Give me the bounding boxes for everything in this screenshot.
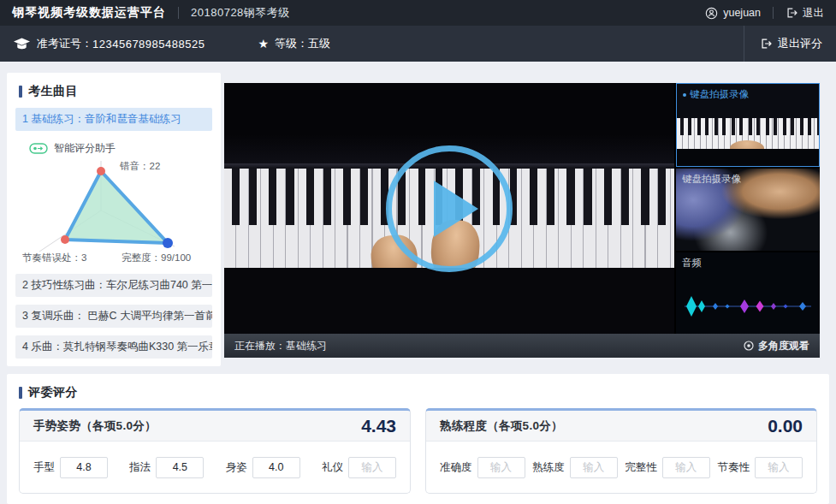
proficiency-field: 熟练度 bbox=[532, 457, 618, 478]
logout-icon bbox=[786, 7, 797, 19]
song-item-1[interactable]: 1 基础练习：音阶和琶音基础练习 bbox=[15, 108, 212, 131]
etiquette-input[interactable] bbox=[348, 457, 396, 478]
play-icon bbox=[434, 181, 478, 237]
exam-info-bar: 准考证号： 12345678985488525 ★ 等级： 五级 退出评分 bbox=[0, 26, 836, 62]
divider bbox=[773, 7, 774, 19]
radar-label-rhythm-errors: 节奏错误处：3 bbox=[22, 252, 86, 264]
body-posture-input[interactable] bbox=[252, 457, 300, 478]
radar-chart: 错音：22 节奏错误处：3 完整度：99/100 bbox=[15, 157, 212, 267]
completeness-field: 完整性 bbox=[625, 457, 710, 478]
multi-angle-button[interactable]: 多角度观看 bbox=[744, 339, 809, 353]
ticket-number: 12345678985488525 bbox=[92, 38, 205, 50]
proficiency-card-title: 熟练程度（各项5.0分） bbox=[440, 418, 563, 434]
level-label: 等级： bbox=[275, 36, 308, 51]
keyboard-camera-thumb-2[interactable]: 键盘拍摄录像 bbox=[676, 169, 820, 251]
songs-section-title: 考生曲目 bbox=[7, 73, 221, 108]
audio-waveform bbox=[683, 294, 813, 319]
thumb2-label: 键盘拍摄录像 bbox=[682, 173, 741, 186]
video-stage: 键盘拍摄录像 键盘拍摄录像 音频 正在播 bbox=[224, 83, 820, 358]
section-marker bbox=[19, 86, 22, 98]
user-menu[interactable]: yuejuan bbox=[705, 7, 761, 20]
video-status-bar: 正在播放：基础练习 多角度观看 bbox=[224, 334, 820, 358]
graduation-cap-icon bbox=[14, 38, 30, 50]
top-navbar: 钢琴视频考级数据运营平台 20180728钢琴考级 yuejuan 退出 bbox=[0, 0, 836, 26]
body-posture-field: 身姿 bbox=[226, 457, 300, 478]
multi-angle-label: 多角度观看 bbox=[758, 339, 809, 353]
rhythm-input[interactable] bbox=[755, 457, 803, 478]
smart-score-assistant-toggle[interactable]: 智能评分助手 bbox=[29, 141, 221, 156]
camera-angle-column: 键盘拍摄录像 键盘拍摄录像 音频 bbox=[676, 83, 820, 334]
main-video-player[interactable] bbox=[224, 83, 674, 334]
radar-label-completeness: 完整度：99/100 bbox=[122, 252, 191, 264]
video-foreground bbox=[224, 268, 674, 334]
assistant-label: 智能评分助手 bbox=[54, 141, 116, 156]
radar-label-wrong-notes: 错音：22 bbox=[120, 160, 160, 173]
audio-label: 音频 bbox=[682, 257, 702, 270]
level-value: 五级 bbox=[308, 36, 330, 51]
gesture-card-total: 4.43 bbox=[361, 416, 396, 436]
exit-icon bbox=[760, 38, 772, 50]
selected-dot-icon bbox=[683, 93, 686, 97]
accuracy-field: 准确度 bbox=[440, 457, 525, 478]
fingering-field: 指法 bbox=[129, 457, 204, 478]
audio-track-thumb[interactable]: 音频 bbox=[676, 252, 820, 334]
song-item-4[interactable]: 4 乐曲：莫扎特钢琴奏鸣曲K330 第一乐章 bbox=[15, 335, 212, 359]
hand-shape-field: 手型 bbox=[33, 457, 108, 478]
app-title: 钢琴视频考级数据运营平台 bbox=[12, 5, 166, 21]
session-title: 20180728钢琴考级 bbox=[191, 5, 290, 21]
ticket-label: 准考证号： bbox=[37, 36, 92, 51]
eye-icon bbox=[744, 341, 754, 351]
keyboard-camera-thumb-1[interactable]: 键盘拍摄录像 bbox=[676, 83, 820, 167]
user-icon bbox=[705, 7, 718, 20]
hand-shape-input[interactable] bbox=[60, 457, 108, 478]
scoring-section-title: 评委评分 bbox=[7, 374, 829, 408]
now-playing-label: 正在播放：基础练习 bbox=[234, 339, 327, 353]
logout-label: 退出 bbox=[803, 6, 824, 21]
toggle-switch-icon bbox=[29, 143, 48, 154]
proficiency-card: 熟练程度（各项5.0分） 0.00 准确度 熟练度 完整性 节奏性 bbox=[425, 408, 817, 494]
candidate-songs-panel: 考生曲目 1 基础练习：音阶和琶音基础练习 智能评分助手 bbox=[7, 73, 221, 366]
user-name: yuejuan bbox=[723, 7, 761, 19]
logout-button[interactable]: 退出 bbox=[786, 6, 824, 21]
thumb1-label: 键盘拍摄录像 bbox=[690, 88, 749, 101]
section-marker bbox=[19, 387, 22, 399]
accuracy-input[interactable] bbox=[477, 457, 525, 478]
completeness-input[interactable] bbox=[662, 457, 710, 478]
etiquette-field: 礼仪 bbox=[322, 457, 396, 478]
song-item-2[interactable]: 2 技巧性练习曲：车尔尼练习曲740 第一首 bbox=[15, 274, 212, 297]
proficiency-card-total: 0.00 bbox=[768, 416, 803, 436]
proficiency-input[interactable] bbox=[570, 457, 618, 478]
rhythm-field: 节奏性 bbox=[717, 457, 803, 478]
exit-scoring-button[interactable]: 退出评分 bbox=[744, 26, 822, 62]
gesture-card-title: 手势姿势（各项5.0分） bbox=[33, 418, 157, 434]
fingering-input[interactable] bbox=[156, 457, 204, 478]
play-button[interactable] bbox=[386, 145, 513, 272]
song-item-3[interactable]: 3 复调乐曲： 巴赫C 大调平均律第一首前奏曲 bbox=[15, 305, 212, 328]
gesture-posture-card: 手势姿势（各项5.0分） 4.43 手型 指法 身姿 礼仪 bbox=[19, 408, 411, 494]
divider bbox=[178, 7, 179, 19]
judge-scoring-panel: 评委评分 手势姿势（各项5.0分） 4.43 手型 指法 身姿 bbox=[7, 374, 829, 504]
star-icon: ★ bbox=[258, 37, 269, 50]
exit-scoring-label: 退出评分 bbox=[778, 36, 822, 51]
